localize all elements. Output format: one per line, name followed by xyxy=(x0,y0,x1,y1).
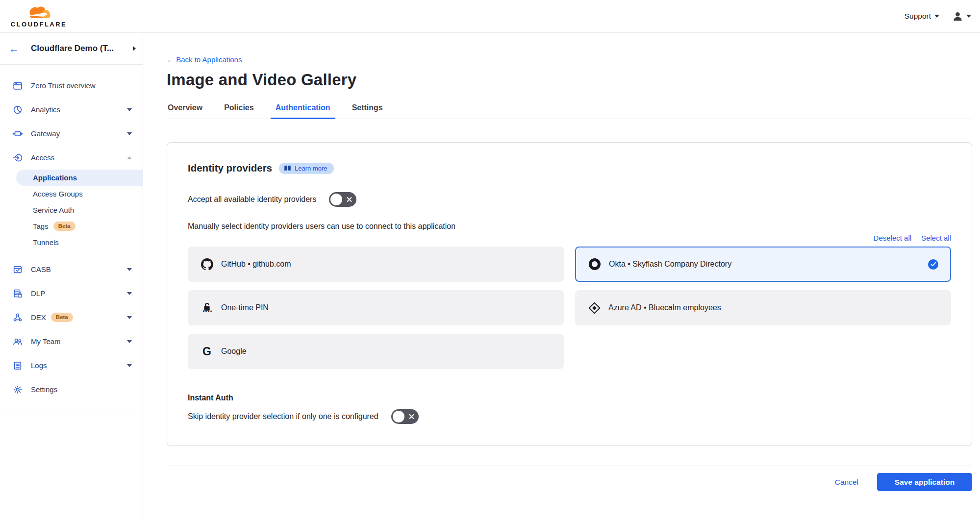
chevron-down-icon xyxy=(127,316,132,319)
sidebar-item-zero-trust-overview[interactable]: Zero Trust overview xyxy=(0,74,143,98)
sidebar-subitem-label: Tags xyxy=(33,222,49,230)
chevron-down-icon xyxy=(127,364,132,367)
sidebar-item-casb[interactable]: CASB xyxy=(0,257,143,281)
back-arrow-icon[interactable]: ← xyxy=(9,44,19,54)
accept-all-label: Accept all available identity providers xyxy=(188,195,316,204)
sidebar-subitem-access-groups[interactable]: Access Groups xyxy=(0,186,143,202)
window-icon xyxy=(12,80,24,92)
save-application-button[interactable]: Save application xyxy=(877,473,972,491)
gateway-icon xyxy=(12,128,24,140)
toggle-x-icon xyxy=(347,197,352,202)
tab-policies[interactable]: Policies xyxy=(223,99,254,119)
support-label: Support xyxy=(905,12,931,21)
tab-bar: Overview Policies Authentication Setting… xyxy=(167,99,972,119)
sidebar-item-gateway[interactable]: Gateway xyxy=(0,122,143,146)
okta-icon xyxy=(588,258,602,270)
sidebar-subitem-label: Tunnels xyxy=(33,238,59,247)
github-icon xyxy=(200,258,214,271)
account-menu[interactable] xyxy=(952,11,971,22)
sidebar-item-dex[interactable]: DEX Beta xyxy=(0,305,143,329)
sidebar-subitem-tags[interactable]: Tags Beta xyxy=(0,218,143,234)
sidebar-item-access[interactable]: Access xyxy=(0,146,143,170)
dlp-document-lock-icon xyxy=(12,288,24,299)
cloudflare-cloud-icon xyxy=(21,4,57,20)
sidebar-subitem-label: Service Auth xyxy=(33,206,74,214)
sidebar-item-label: My Team xyxy=(31,337,61,346)
chevron-right-icon[interactable] xyxy=(133,46,136,51)
learn-more-label: Learn more xyxy=(295,165,327,172)
tab-overview[interactable]: Overview xyxy=(167,99,203,119)
page-title: Image and Video Gallery xyxy=(167,71,972,89)
sidebar-item-label: Settings xyxy=(31,385,57,394)
provider-label: One-time PIN xyxy=(221,303,269,312)
gear-icon xyxy=(12,384,24,396)
card-title: Identity providers xyxy=(188,162,272,174)
sidebar-item-label: Zero Trust overview xyxy=(31,81,96,90)
topbar: CLOUDFLARE Support xyxy=(0,0,980,33)
main-content: ← Back to Applications Image and Video G… xyxy=(143,33,980,520)
footer-actions: Cancel Save application xyxy=(167,473,972,491)
back-to-applications-link[interactable]: ← Back to Applications xyxy=(167,55,242,64)
sidebar-item-logs[interactable]: Logs xyxy=(0,353,143,377)
provider-label: Azure AD • Bluecalm employees xyxy=(608,303,721,312)
deselect-all-link[interactable]: Deselect all xyxy=(874,234,912,242)
tab-authentication[interactable]: Authentication xyxy=(275,99,331,119)
learn-more-link[interactable]: Learn more xyxy=(279,163,333,174)
sidebar: ← Cloudflare Demo (T... Zero Trust overv… xyxy=(0,33,143,520)
chevron-down-icon xyxy=(127,132,132,135)
cancel-button[interactable]: Cancel xyxy=(835,478,858,487)
sidebar-item-label: Analytics xyxy=(31,105,60,114)
analytics-pie-icon xyxy=(12,104,24,116)
select-all-link[interactable]: Select all xyxy=(921,234,951,242)
provider-google[interactable]: G Google xyxy=(188,334,564,369)
toggle-knob xyxy=(330,194,342,205)
account-name: Cloudflare Demo (T... xyxy=(31,44,133,53)
manual-select-label: Manually select identity providers users… xyxy=(188,222,951,231)
beta-badge: Beta xyxy=(51,313,73,322)
sidebar-subitem-service-auth[interactable]: Service Auth xyxy=(0,202,143,218)
sidebar-item-label: CASB xyxy=(31,265,51,273)
logs-document-icon xyxy=(12,360,24,371)
sidebar-subitem-label: Applications xyxy=(33,173,77,182)
selected-check-icon xyxy=(928,259,938,270)
provider-github[interactable]: GitHub • github.com xyxy=(188,247,564,282)
provider-azure-ad[interactable]: Azure AD • Bluecalm employees xyxy=(575,290,951,325)
sidebar-subitem-tunnels[interactable]: Tunnels xyxy=(0,234,143,250)
sidebar-divider xyxy=(0,413,143,413)
sidebar-item-dlp[interactable]: DLP xyxy=(0,281,143,305)
provider-label: Google xyxy=(221,347,247,356)
chevron-down-icon xyxy=(966,15,971,18)
google-icon: G xyxy=(200,346,214,357)
tab-settings[interactable]: Settings xyxy=(351,99,384,119)
team-people-icon xyxy=(12,336,24,347)
chevron-down-icon xyxy=(934,15,939,18)
sidebar-item-label: DLP xyxy=(31,289,45,297)
sidebar-account-header: ← Cloudflare Demo (T... xyxy=(0,33,143,65)
sidebar-item-label: DEX xyxy=(31,313,46,322)
provider-okta[interactable]: Okta • Skyflash Company Directory xyxy=(575,247,951,282)
chevron-down-icon xyxy=(127,292,132,295)
accept-all-toggle[interactable] xyxy=(329,192,356,207)
sidebar-item-label: Access xyxy=(31,153,54,162)
sidebar-item-analytics[interactable]: Analytics xyxy=(0,98,143,122)
chevron-down-icon xyxy=(127,268,132,271)
casb-box-icon xyxy=(12,264,24,275)
provider-label: GitHub • github.com xyxy=(221,260,291,269)
sidebar-subitem-applications[interactable]: Applications xyxy=(16,170,143,186)
access-login-icon xyxy=(12,152,24,164)
dex-network-icon xyxy=(12,312,24,323)
user-icon xyxy=(952,11,963,22)
sidebar-item-settings[interactable]: Settings xyxy=(0,377,143,401)
support-menu[interactable]: Support xyxy=(905,12,939,21)
instant-auth-toggle[interactable] xyxy=(391,409,419,424)
azure-ad-icon xyxy=(587,302,601,314)
brand-wordmark: CLOUDFLARE xyxy=(11,21,67,28)
sidebar-item-label: Gateway xyxy=(31,129,60,138)
instant-auth-label: Skip identity provider selection if only… xyxy=(188,412,378,421)
provider-label: Okta • Skyflash Company Directory xyxy=(609,260,731,269)
provider-one-time-pin[interactable]: **** One-time PIN xyxy=(188,290,564,325)
toggle-x-icon xyxy=(409,414,414,420)
sidebar-item-my-team[interactable]: My Team xyxy=(0,329,143,353)
provider-list: GitHub • github.com Okta • Skyflash Comp… xyxy=(188,247,951,369)
cloudflare-logo: CLOUDFLARE xyxy=(7,4,70,28)
